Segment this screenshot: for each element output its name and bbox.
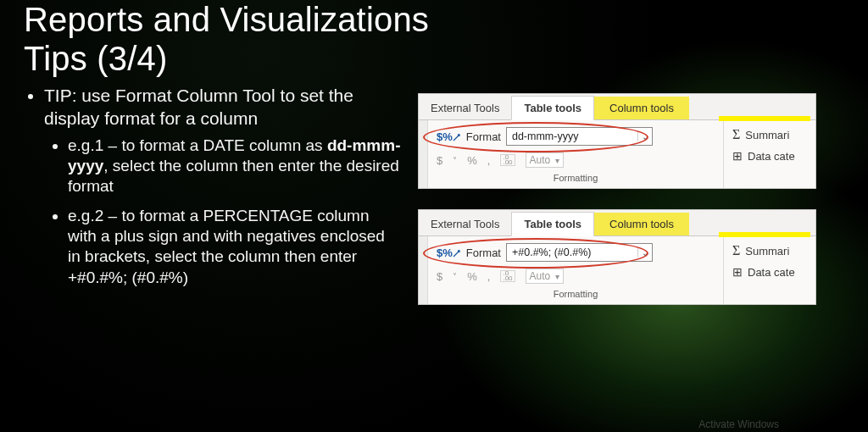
bullet-sub-2: e.g.2 – to format a PERCENTAGE column wi… xyxy=(68,206,401,288)
bullet-text-column: TIP: use Format Column Tool to set the d… xyxy=(24,85,401,305)
properties-group: ΣSummari ⊞Data cate xyxy=(723,236,815,304)
tab-external-tools[interactable]: External Tools xyxy=(419,97,511,119)
properties-group: ΣSummari ⊞Data cate xyxy=(723,120,815,188)
format-dropdown[interactable]: ⌄ xyxy=(506,243,653,262)
tab-table-tools[interactable]: Table tools xyxy=(511,212,594,236)
comma-icon[interactable]: , xyxy=(487,154,491,167)
format-row-2: $ ˅ % , .0.00 Auto▾ xyxy=(437,269,715,284)
ribbon-screenshot-2: External Tools Table tools Column tools … xyxy=(418,209,816,305)
group-label-formatting: Formatting xyxy=(437,289,715,302)
format-label: Format xyxy=(466,246,501,259)
category-icon: ⊞ xyxy=(732,149,743,163)
chevron-down-icon[interactable]: ⌄ xyxy=(637,132,652,141)
slide-title: Reports and Visualizations Tips (3/4) xyxy=(24,0,843,78)
title-line-1: Reports and Visualizations xyxy=(24,1,429,38)
decimal-auto[interactable]: Auto▾ xyxy=(526,269,565,284)
ribbon-left-edge xyxy=(419,120,428,188)
format-icon: $% xyxy=(437,131,461,142)
format-input[interactable] xyxy=(507,245,637,260)
format-dropdown[interactable]: ⌄ xyxy=(506,127,653,146)
sigma-icon: Σ xyxy=(732,127,740,142)
group-label-formatting: Formatting xyxy=(437,173,715,186)
data-category-item[interactable]: ⊞Data cate xyxy=(732,265,810,279)
tab-table-tools[interactable]: Table tools xyxy=(511,96,594,120)
format-row-2: $ ˅ % , .0.00 Auto▾ xyxy=(437,152,715,168)
summarization-item[interactable]: ΣSummari xyxy=(732,243,810,258)
summarization-item[interactable]: ΣSummari xyxy=(732,127,810,142)
format-input[interactable] xyxy=(507,129,637,144)
comma-icon[interactable]: , xyxy=(487,270,491,283)
tab-column-tools[interactable]: Column tools xyxy=(594,97,689,119)
category-icon: ⊞ xyxy=(732,265,743,279)
decimal-auto[interactable]: Auto▾ xyxy=(526,152,565,168)
currency-icon[interactable]: $ xyxy=(437,154,442,167)
data-category-item[interactable]: ⊞Data cate xyxy=(732,149,810,163)
decimal-stepper[interactable]: .0.00 xyxy=(500,270,515,282)
tab-external-tools[interactable]: External Tools xyxy=(419,213,511,235)
percent-icon[interactable]: % xyxy=(467,154,477,167)
windows-watermark: Activate Windows xyxy=(698,418,779,430)
decimal-stepper[interactable]: .0.00 xyxy=(500,154,515,166)
format-icon: $% xyxy=(437,247,461,258)
currency-icon[interactable]: $ xyxy=(437,270,442,283)
ribbon-tabs: External Tools Table tools Column tools xyxy=(419,210,815,236)
percent-icon[interactable]: % xyxy=(467,270,477,283)
tab-column-tools[interactable]: Column tools xyxy=(594,213,689,235)
ribbon-tabs: External Tools Table tools Column tools xyxy=(419,94,815,120)
format-label: Format xyxy=(466,130,501,143)
title-line-2: Tips (3/4) xyxy=(24,40,167,77)
sigma-icon: Σ xyxy=(732,243,740,258)
bullet-main: TIP: use Format Column Tool to set the d… xyxy=(44,85,401,288)
bullet-sub-1: e.g.1 – to format a DATE column as dd-mm… xyxy=(68,136,401,197)
chevron-down-icon[interactable]: ⌄ xyxy=(637,248,652,258)
screenshot-column: External Tools Table tools Column tools … xyxy=(418,85,843,305)
ribbon-screenshot-1: External Tools Table tools Column tools … xyxy=(418,93,816,189)
ribbon-left-edge xyxy=(419,236,428,304)
